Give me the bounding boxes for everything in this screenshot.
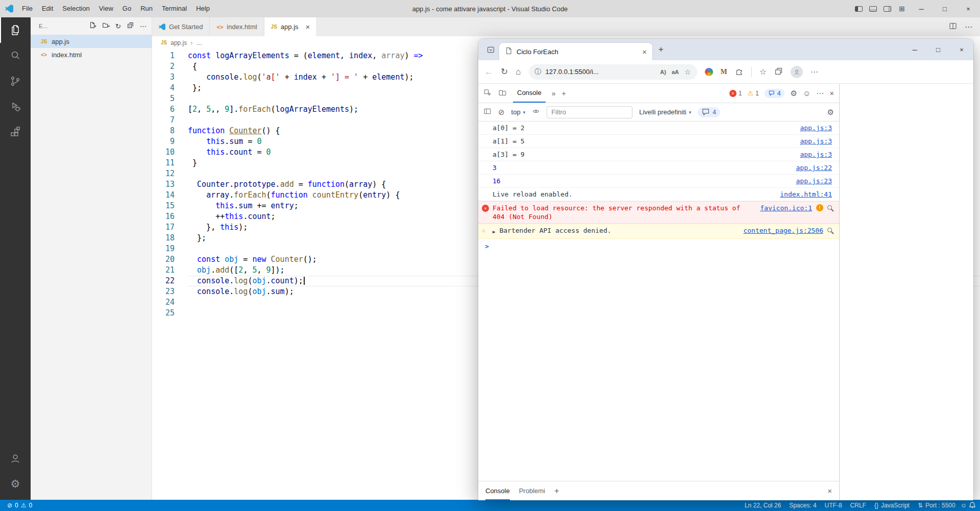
console-filter-input[interactable] [547,106,632,118]
line-number[interactable]: 4 [152,83,175,93]
line-numbers[interactable]: 1234567891011121314151617181920212223242… [152,51,188,500]
line-number[interactable]: 19 [152,244,175,254]
new-folder-icon[interactable] [102,21,110,31]
line-number[interactable]: 9 [152,136,175,147]
notifications-bell-icon[interactable] [969,501,976,510]
breadcrumb-file[interactable]: app.js [170,39,187,46]
refresh-icon[interactable]: ↻ [501,66,508,77]
devtools-close-icon[interactable]: × [829,89,834,98]
profile-avatar[interactable] [791,66,803,78]
page-viewport[interactable] [839,84,973,500]
read-aloud-icon[interactable]: A) [660,69,666,75]
line-number[interactable]: 12 [152,168,175,179]
line-number[interactable]: 18 [152,233,175,244]
search-icon[interactable] [827,205,832,210]
extension-pinwheel-icon[interactable] [705,68,713,76]
log-levels-selector[interactable]: Livelli predefiniti ▾ [639,108,691,116]
drawer-tab-problemi[interactable]: Problemi [519,481,545,500]
drawer-tab-console[interactable]: Console [485,481,510,500]
maximize-button[interactable]: □ [933,0,957,17]
menu-selection[interactable]: Selection [58,0,94,17]
device-toolbar-icon[interactable] [498,88,507,99]
status-language-mode[interactable]: {}JavaScript [871,502,913,509]
collections-icon[interactable] [774,67,783,77]
line-number[interactable]: 15 [152,201,175,211]
browser-tab-close-icon[interactable]: × [642,47,647,56]
console-prompt[interactable]: > [478,239,839,254]
issue-icon[interactable]: ! [816,204,823,211]
add-panel-icon[interactable]: + [562,89,566,98]
console-settings-icon[interactable]: ⚙ [827,108,834,117]
console-source-link[interactable]: app.js:22 [796,163,832,172]
line-number[interactable]: 8 [152,126,175,136]
site-info-icon[interactable]: ⓘ [535,67,542,77]
more-actions-icon[interactable]: ⋯ [140,23,146,30]
console-messages-badge[interactable]: 4 [698,107,720,117]
browser-close-button[interactable]: × [950,39,973,60]
tab-close-icon[interactable]: × [306,22,310,31]
problems-button[interactable]: ⊘ 0 ⚠ 0 [4,502,35,509]
line-number[interactable]: 6 [152,104,175,115]
address-bar[interactable]: ⓘ 127.0.0.1:5500/i... A) aA ☆ [529,64,697,80]
minimize-button[interactable]: ─ [910,0,933,17]
close-button[interactable]: × [957,0,980,17]
messages-badge[interactable]: 4 [765,89,785,98]
console-source-link[interactable]: app.js:3 [800,137,832,145]
line-number[interactable]: 1 [152,51,175,61]
console-source-link[interactable]: index.html:41 [780,190,832,199]
line-number[interactable]: 20 [152,254,175,265]
activity-run-debug-icon[interactable] [0,94,31,119]
line-number[interactable]: 21 [152,265,175,276]
activity-extensions-icon[interactable] [0,119,31,145]
toggle-panel-icon[interactable] [866,0,880,17]
status-encoding[interactable]: UTF-8 [822,502,845,509]
live-expression-eye-icon[interactable] [532,107,540,117]
breadcrumb-more[interactable]: … [196,39,202,46]
line-number[interactable]: 25 [152,308,175,319]
status-indentation[interactable]: Spaces: 4 [786,502,819,509]
line-number[interactable]: 14 [152,190,175,201]
console-source-link[interactable]: app.js:23 [796,177,832,185]
line-number[interactable]: 23 [152,286,175,297]
menu-edit[interactable]: Edit [37,0,58,17]
line-number[interactable]: 5 [152,93,175,104]
new-file-icon[interactable] [89,21,96,31]
refresh-explorer-icon[interactable]: ↻ [115,23,121,30]
translate-icon[interactable]: aA [672,69,679,75]
toggle-secondary-sidebar-icon[interactable] [880,0,894,17]
editor-more-icon[interactable]: ⋯ [965,22,972,32]
more-tabs-icon[interactable]: » [552,89,556,98]
collapse-folders-icon[interactable] [127,21,134,31]
menu-file[interactable]: File [17,0,37,17]
context-selector[interactable]: top ▾ [511,108,526,116]
toggle-sidebar-icon[interactable] [851,0,866,17]
menu-run[interactable]: Run [136,0,157,17]
activity-source-control-icon[interactable] [0,68,31,94]
devtools-settings-icon[interactable]: ⚙ [790,89,797,98]
browser-minimize-button[interactable]: ─ [903,39,926,60]
status-cursor-position[interactable]: Ln 22, Col 26 [742,502,784,509]
extension-m-icon[interactable]: M [721,68,727,76]
settings-gear-icon[interactable]: ⚙ [0,471,31,497]
line-number[interactable]: 7 [152,115,175,126]
line-number[interactable]: 11 [152,158,175,168]
expand-icon[interactable]: ▶ [493,228,495,236]
error-badge[interactable]: × 1 [729,90,742,97]
new-tab-button[interactable]: + [652,39,670,60]
menu-terminal[interactable]: Terminal [157,0,191,17]
browser-tab[interactable]: Ciclo ForEach × [499,43,652,60]
line-number[interactable]: 10 [152,147,175,158]
line-number[interactable]: 13 [152,179,175,190]
tab-get-started[interactable]: Get Started [152,17,210,36]
clear-console-icon[interactable]: ⊘ [498,108,505,117]
customize-layout-icon[interactable]: ⊞ [894,0,910,17]
tab-actions-menu-icon[interactable] [482,39,499,60]
devtools-tab-console[interactable]: Console [513,84,546,103]
favorite-star-icon[interactable]: ☆ [684,68,691,76]
activity-search-icon[interactable] [0,43,31,68]
account-icon[interactable] [0,446,31,471]
status-port-forward[interactable]: ⇅Port : 5500 [915,502,959,509]
console-source-link[interactable]: content_page.js:2506 [743,226,823,235]
console-sidebar-icon[interactable] [483,107,492,117]
menu-help[interactable]: Help [191,0,214,17]
